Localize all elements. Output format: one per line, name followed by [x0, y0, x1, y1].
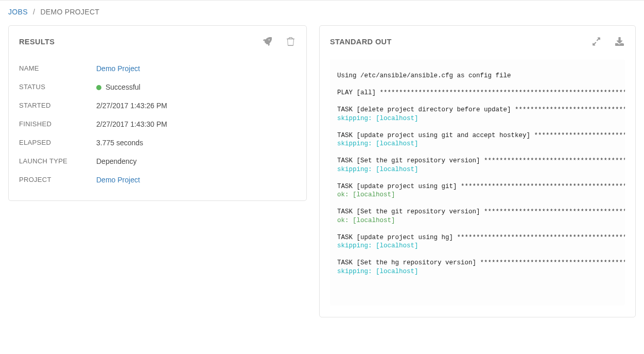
delete-button[interactable]	[285, 36, 296, 47]
relaunch-button[interactable]	[262, 36, 273, 47]
label-project: PROJECT	[19, 176, 96, 184]
download-icon	[615, 37, 624, 46]
results-panel: RESULTS NAME	[8, 25, 307, 201]
label-finished: FINISHED	[19, 120, 96, 128]
download-button[interactable]	[614, 36, 625, 47]
label-name: NAME	[19, 64, 96, 73]
breadcrumb-separator: /	[33, 8, 35, 16]
value-status: Successful	[96, 83, 141, 91]
project-link[interactable]: Demo Project	[96, 176, 140, 184]
label-started: STARTED	[19, 102, 96, 110]
breadcrumb-root-link[interactable]: JOBS	[8, 8, 28, 16]
results-table: NAME Demo Project STATUS Successful STAR…	[19, 59, 296, 189]
value-finished: 2/27/2017 1:43:30 PM	[96, 120, 167, 128]
stdout-scroll-area[interactable]: Using /etc/ansible/ansible.cfg as config…	[330, 59, 625, 306]
value-project: Demo Project	[96, 176, 140, 184]
breadcrumb: JOBS / DEMO PROJECT	[8, 8, 636, 16]
rocket-icon	[263, 37, 272, 46]
stdout-panel: STANDARD OUT Using /etc/ansible/a	[319, 25, 636, 317]
results-title: RESULTS	[19, 38, 55, 46]
value-elapsed: 3.775 seconds	[96, 139, 143, 147]
stdout-content: Using /etc/ansible/ansible.cfg as config…	[330, 59, 625, 292]
value-launch-type: Dependency	[96, 157, 137, 165]
expand-button[interactable]	[591, 36, 602, 47]
status-dot-icon	[96, 85, 101, 90]
breadcrumb-current: DEMO PROJECT	[40, 8, 99, 16]
expand-icon	[592, 37, 601, 46]
value-name: Demo Project	[96, 64, 140, 73]
name-link[interactable]: Demo Project	[96, 64, 140, 73]
stdout-title: STANDARD OUT	[330, 38, 392, 46]
status-text: Successful	[106, 83, 141, 91]
label-launch-type: LAUNCH TYPE	[19, 157, 96, 165]
label-elapsed: ELAPSED	[19, 139, 96, 147]
trash-icon	[286, 37, 295, 46]
label-status: STATUS	[19, 83, 96, 91]
value-started: 2/27/2017 1:43:26 PM	[96, 102, 167, 110]
